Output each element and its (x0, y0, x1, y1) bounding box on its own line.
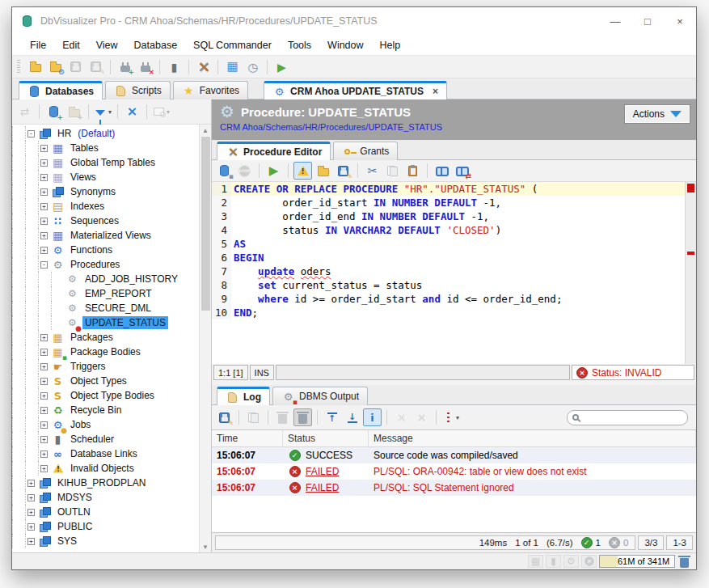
log-row[interactable]: 15:06:07✓SUCCESSSource code was compiled… (212, 447, 696, 463)
export-log-button[interactable]: ✎ (215, 408, 234, 426)
create-connection-button[interactable]: + (44, 103, 63, 121)
tree-scrollbar[interactable]: ▲ ▼ (199, 125, 211, 552)
expand-icon[interactable]: + (40, 159, 48, 167)
error-marker-line7[interactable] (687, 252, 694, 255)
expand-icon[interactable]: + (40, 407, 48, 414)
log-filter-button[interactable]: ▾ (441, 408, 460, 426)
scheduler-button[interactable]: ◷ (243, 58, 262, 76)
paste-button[interactable] (403, 162, 422, 180)
tree-item-indexes[interactable]: +▤Indexes (12, 199, 199, 214)
expand-icon[interactable]: + (40, 363, 48, 370)
code-line[interactable]: 5AS (212, 237, 685, 251)
tab-scripts[interactable]: Scripts (105, 81, 171, 99)
code-line[interactable]: 6BEGIN (212, 251, 685, 264)
expand-icon[interactable]: + (27, 480, 35, 487)
connect-button[interactable]: + (116, 58, 134, 76)
tree-item-functions[interactable]: +⚙Functions (12, 243, 199, 257)
tab-procedure-editor[interactable]: Procedure Editor (217, 142, 331, 160)
expand-icon[interactable]: + (40, 188, 48, 196)
column-header-status[interactable]: Status (283, 430, 369, 446)
expand-icon[interactable]: + (40, 174, 48, 181)
tree-item-procedures[interactable]: -⚙Procedures (12, 257, 199, 272)
show-errors-toggle[interactable] (293, 162, 312, 180)
expand-icon[interactable]: + (40, 421, 48, 429)
column-header-time[interactable]: Time (212, 430, 283, 446)
minimize-button[interactable]: — (599, 7, 631, 35)
tree-item-sequences[interactable]: +∷Sequences (12, 214, 199, 228)
code-line[interactable]: 3 order_id_end IN NUMBER DEFAULT -1, (212, 209, 685, 223)
expand-icon[interactable]: + (27, 494, 35, 501)
open-file-button[interactable] (26, 58, 44, 76)
code-line[interactable]: 2 order_id_start IN NUMBER DEFAULT -1, (212, 196, 685, 209)
tree-item-add-job-history[interactable]: ⚙ADD_JOB_HISTORY (12, 272, 199, 286)
expand-icon[interactable]: + (27, 509, 35, 516)
tree-item-object-types[interactable]: +SObject Types (12, 374, 199, 388)
code-line[interactable]: 8 set current_status = status (212, 278, 685, 292)
auto-clear-toggle[interactable] (293, 408, 312, 426)
menu-tools[interactable]: Tools (280, 36, 319, 54)
tab-log[interactable]: Log (217, 387, 270, 405)
expand-icon[interactable]: + (40, 465, 48, 472)
tree-item-invalid-objects[interactable]: +Invalid Objects (12, 461, 199, 476)
menu-sql-commander[interactable]: SQL Commander (185, 36, 280, 54)
object-tab-close-icon[interactable]: × (433, 86, 438, 97)
tree-item-sys[interactable]: +SYS (12, 534, 199, 548)
tree-item-global-temp-tables[interactable]: +▦Global Temp Tables (12, 155, 199, 170)
tree-item-public[interactable]: +PUBLIC (12, 519, 199, 534)
garbage-collect-icon[interactable] (677, 555, 691, 569)
tree-item-views[interactable]: +▦Views (12, 170, 199, 184)
tree-item-object-type-bodies[interactable]: +SObject Type Bodies (12, 388, 199, 403)
collapse-all-button[interactable]: × (123, 103, 141, 121)
tree-item-database-links[interactable]: +∞Database Links (12, 446, 199, 461)
expand-icon[interactable]: + (40, 218, 48, 225)
object-tab-crm-ahoa-update-status[interactable]: ⚙ CRM Ahoa UPDATE_STATUS × (264, 81, 447, 99)
expand-icon[interactable]: + (40, 451, 48, 458)
find-replace-button[interactable]: ⇄ (453, 162, 471, 180)
tree-item-recycle-bin[interactable]: +♻Recycle Bin (12, 403, 199, 417)
expand-icon[interactable]: + (40, 436, 48, 443)
close-button[interactable]: × (664, 7, 696, 35)
code-line[interactable]: 10END; (212, 306, 685, 319)
tree-item-kihub-prodplan[interactable]: +KIHUB_PRODPLAN (12, 476, 199, 490)
code-line[interactable]: 1CREATE OR REPLACE PROCEDURE "HR"."UPDAT… (212, 182, 685, 196)
expand-icon[interactable]: + (40, 334, 48, 341)
disconnect-button[interactable]: × (136, 58, 154, 76)
expand-icon[interactable]: + (40, 145, 48, 152)
expand-icon[interactable]: + (40, 349, 48, 356)
expand-icon[interactable]: + (40, 232, 48, 239)
toolbar-grip[interactable] (17, 60, 20, 74)
grid-view-button[interactable]: ▦ (223, 58, 242, 76)
actions-button[interactable]: Actions (625, 105, 690, 123)
tab-grants[interactable]: Grants (333, 142, 398, 160)
database-server-button[interactable]: ▮ (165, 58, 184, 76)
collapse-icon[interactable]: - (27, 130, 35, 137)
error-stripe[interactable] (685, 182, 696, 364)
compile-save-button[interactable]: ▪ (215, 162, 234, 180)
expand-icon[interactable]: + (27, 538, 35, 545)
tree-item-triggers[interactable]: +☛Triggers (12, 359, 199, 374)
scrollbar-thumb[interactable] (201, 137, 210, 311)
tab-dbms-output[interactable]: ⚙▪DBMS Output (272, 387, 368, 405)
tree-item-outln[interactable]: +OUTLN (12, 505, 199, 519)
execute-button[interactable]: ▶ (264, 162, 283, 180)
tree-item-mdsys[interactable]: +MDSYS (12, 490, 199, 505)
tree-item-hr[interactable]: -HR(Default) (12, 126, 199, 141)
show-info-toggle[interactable]: i (363, 408, 382, 426)
save-to-file-button[interactable]: ✎ (334, 162, 352, 180)
expand-icon[interactable]: + (40, 392, 48, 400)
tree-item-emp-report[interactable]: ⚙EMP_REPORT (12, 286, 199, 301)
tree-item-secure-dml[interactable]: ⚙SECURE_DML (12, 301, 199, 315)
tree-item-package-bodies[interactable]: +▦▪Package Bodies (12, 345, 199, 359)
bookmark-run-button[interactable]: ▶ (272, 58, 291, 76)
memory-indicator[interactable]: 61M of 341M (599, 555, 675, 568)
tree-item-packages[interactable]: +▦Packages (12, 330, 199, 345)
code-area[interactable]: 1CREATE OR REPLACE PROCEDURE "HR"."UPDAT… (212, 182, 685, 364)
tree-item-synonyms[interactable]: +Synonyms (12, 184, 199, 199)
code-line[interactable]: 4 status IN VARCHAR2 DEFAULT 'CLOSED') (212, 223, 685, 237)
filter-button[interactable]: ▾ (94, 103, 112, 121)
menu-help[interactable]: Help (372, 36, 409, 54)
tree-item-materialized-views[interactable]: +▦Materialized Views (12, 228, 199, 243)
menu-view[interactable]: View (88, 36, 126, 54)
scroll-bottom-button[interactable]: ↓ (343, 408, 361, 426)
expand-icon[interactable]: + (40, 203, 48, 210)
